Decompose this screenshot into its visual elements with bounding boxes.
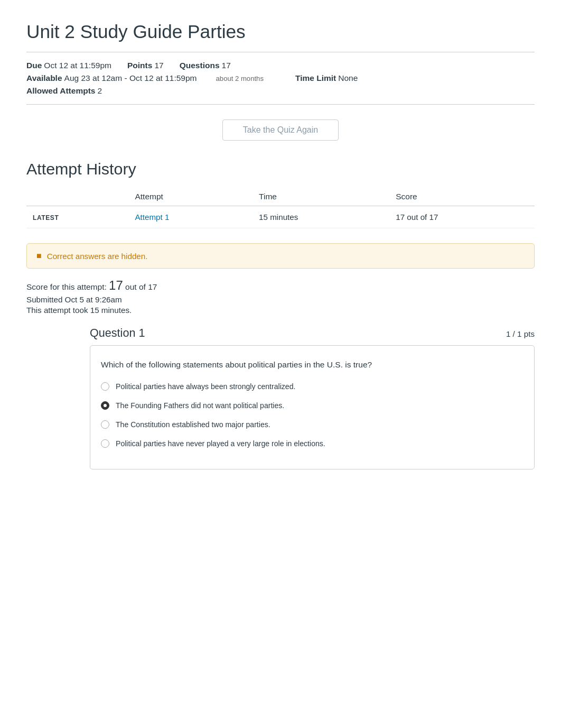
top-divider xyxy=(26,52,535,52)
meta-row-attempts: Allowed Attempts 2 xyxy=(26,86,535,96)
page-title: Unit 2 Study Guide Parties xyxy=(26,21,535,42)
col-header-score: Score xyxy=(389,188,535,206)
score-out-of: out of 17 xyxy=(125,282,157,291)
answer-option-2: The Constitution established two major p… xyxy=(101,420,523,429)
quiz-meta: Due Oct 12 at 11:59pm Points 17 Question… xyxy=(26,61,535,96)
answer-label-1: The Founding Fathers did not want politi… xyxy=(116,401,284,410)
question-title: Question 1 xyxy=(90,326,145,340)
attempt-time: 15 minutes xyxy=(253,206,389,228)
questions-value: 17 xyxy=(222,61,231,70)
points-label: Points xyxy=(127,61,152,70)
allowed-attempts-value: 2 xyxy=(97,86,102,96)
answer-label-0: Political parties have always been stron… xyxy=(116,382,295,391)
available-value: Aug 23 at 12am - Oct 12 at 11:59pm xyxy=(64,73,197,83)
col-header-attempt: Attempt xyxy=(128,188,253,206)
attempt-history-table: Attempt Time Score LATEST Attempt 1 15 m… xyxy=(26,188,535,228)
question-1-block: Question 1 1 / 1 pts Which of the follow… xyxy=(90,326,535,469)
questions-label: Questions xyxy=(180,61,220,70)
take-quiz-button[interactable]: Take the Quiz Again xyxy=(222,119,339,141)
correct-answers-text: Correct answers are hidden. xyxy=(47,252,148,261)
radio-option-1 xyxy=(101,401,109,410)
radio-option-2 xyxy=(101,420,109,429)
question-card: Which of the following statements about … xyxy=(90,345,535,469)
due-value: Oct 12 at 11:59pm xyxy=(44,61,111,70)
score-number: 17 xyxy=(109,278,123,292)
score-section: Score for this attempt: 17 out of 17 Sub… xyxy=(26,278,535,315)
question-pts: 1 / 1 pts xyxy=(506,329,535,338)
attempt-took-line: This attempt took 15 minutes. xyxy=(26,306,535,315)
latest-badge: LATEST xyxy=(33,214,59,222)
bottom-divider xyxy=(26,104,535,105)
correct-answers-box: ■ Correct answers are hidden. xyxy=(26,243,535,269)
allowed-attempts-label: Allowed Attempts xyxy=(26,86,95,96)
radio-option-3 xyxy=(101,439,109,448)
meta-row-due: Due Oct 12 at 11:59pm Points 17 Question… xyxy=(26,61,535,70)
points-value: 17 xyxy=(154,61,163,70)
table-row: LATEST Attempt 1 15 minutes 17 out of 17 xyxy=(26,206,535,228)
score-label: Score for this attempt: xyxy=(26,282,107,291)
question-text: Which of the following statements about … xyxy=(101,358,523,371)
available-label: Available xyxy=(26,73,62,83)
attempt-link[interactable]: Attempt 1 xyxy=(135,213,169,222)
due-label: Due xyxy=(26,61,42,70)
attempt-history-title: Attempt History xyxy=(26,160,535,178)
col-header-time: Time xyxy=(253,188,389,206)
question-header: Question 1 1 / 1 pts xyxy=(90,326,535,340)
col-header-badge xyxy=(26,188,128,206)
available-sub: about 2 months xyxy=(216,75,264,82)
warning-icon: ■ xyxy=(36,251,42,261)
meta-row-available: Available Aug 23 at 12am - Oct 12 at 11:… xyxy=(26,73,535,83)
time-limit-label: Time Limit xyxy=(295,73,336,83)
submitted-line: Submitted Oct 5 at 9:26am xyxy=(26,295,535,304)
answer-option-0: Political parties have always been stron… xyxy=(101,382,523,391)
answer-label-3: Political parties have never played a ve… xyxy=(116,439,325,448)
answer-label-2: The Constitution established two major p… xyxy=(116,420,270,429)
answer-option-3: Political parties have never played a ve… xyxy=(101,439,523,448)
time-limit-value: None xyxy=(338,73,358,83)
attempt-score: 17 out of 17 xyxy=(389,206,535,228)
answer-option-1: The Founding Fathers did not want politi… xyxy=(101,401,523,410)
score-line: Score for this attempt: 17 out of 17 xyxy=(26,278,535,293)
radio-option-0 xyxy=(101,382,109,391)
